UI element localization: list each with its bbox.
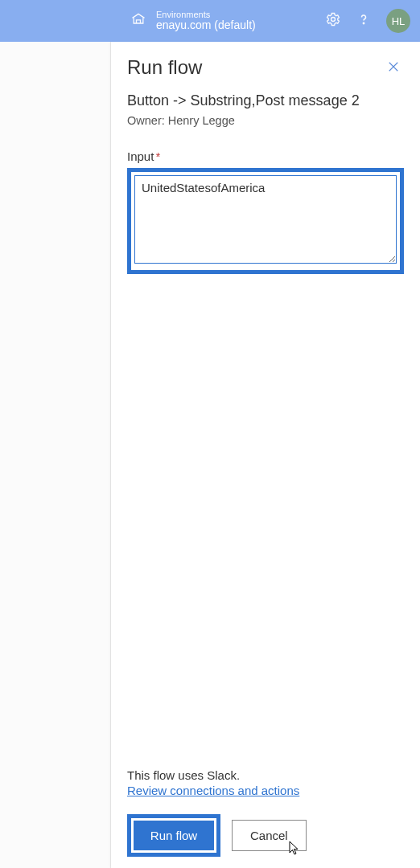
avatar-initials: HL [392,15,406,27]
input-label-text: Input [127,149,154,163]
panel-footer: This flow uses Slack. Review connections… [127,762,404,857]
owner-label: Owner: Henry Legge [127,114,404,127]
svg-point-1 [363,23,364,23]
top-bar: Environments enayu.com (default) HL [0,0,420,42]
panel-title: Run flow [127,56,202,79]
cancel-button[interactable]: Cancel [232,820,307,851]
panel-header: Run flow [127,56,404,81]
environments-label: Environments [156,10,256,19]
button-row: Run flow Cancel [127,814,404,857]
close-icon[interactable] [383,56,404,81]
background-left [0,42,111,868]
panel-body-spacer [127,274,404,762]
avatar[interactable]: HL [386,9,410,33]
gear-icon[interactable] [325,11,341,31]
uses-text: This flow uses Slack. [127,768,404,782]
run-flow-highlight-box: Run flow [127,814,220,857]
top-bar-icons: HL [325,9,410,33]
required-star: * [155,149,160,163]
input-label: Input* [127,149,404,163]
svg-point-0 [331,18,336,22]
run-flow-panel: Run flow Button -> Substring,Post messag… [111,42,420,868]
input-field[interactable] [134,175,397,264]
top-bar-left: Environments enayu.com (default) [10,10,325,31]
review-connections-link[interactable]: Review connections and actions [127,784,299,797]
input-highlight-box [127,168,404,274]
flow-name: Button -> Substring,Post message 2 [127,92,404,109]
run-flow-button[interactable]: Run flow [134,821,214,850]
help-icon[interactable] [356,11,372,31]
environment-name: enayu.com (default) [156,19,256,31]
environments-icon [130,11,146,31]
environment-block[interactable]: Environments enayu.com (default) [156,10,256,31]
